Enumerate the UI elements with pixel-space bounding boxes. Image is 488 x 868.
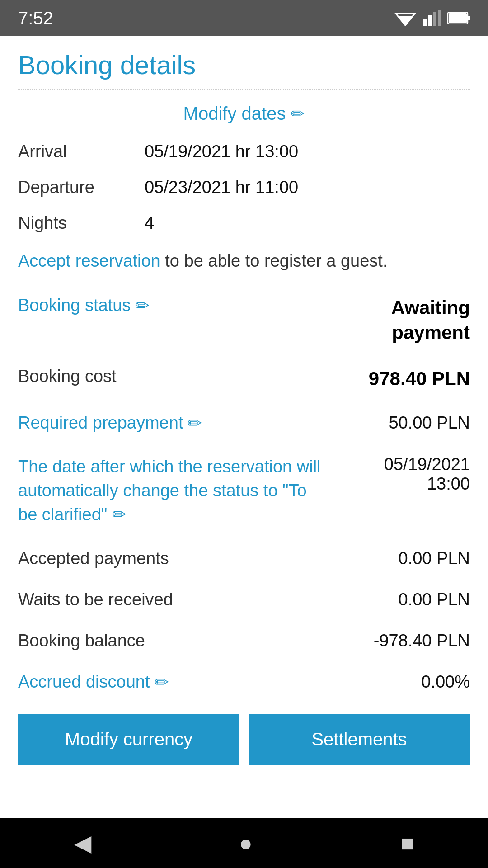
auto-change-date-row: The date after which the reservation wil… [18,455,470,527]
battery-icon [447,12,470,24]
accept-reservation-row: Accept reservation to be able to registe… [18,249,470,273]
accrued-discount-link[interactable]: Accrued discount ✏ [18,672,334,692]
booking-balance-value: -978.40 PLN [334,631,470,651]
arrival-label: Arrival [18,142,145,161]
accrued-discount-edit-icon: ✏ [155,672,169,692]
svg-rect-8 [468,16,470,20]
waits-to-be-received-row: Waits to be received 0.00 PLN [18,590,470,609]
accepted-payments-label: Accepted payments [18,549,334,568]
svg-rect-3 [423,19,427,26]
booking-status-link[interactable]: Booking status ✏ [18,296,334,316]
svg-rect-6 [438,10,441,26]
accept-reservation-text: to be able to register a guest. [160,251,388,270]
accrued-discount-value: 0.00% [334,672,470,692]
nights-value: 4 [145,213,154,233]
booking-info-section: Arrival 05/19/2021 hr 13:00 Departure 05… [18,142,470,233]
settlements-button[interactable]: Settlements [249,714,470,765]
departure-value: 05/23/2021 hr 11:00 [145,178,298,197]
page-title: Booking details [18,50,470,80]
auto-change-date-edit-icon: ✏ [112,505,127,524]
home-button[interactable]: ● [239,830,253,856]
svg-rect-5 [433,12,436,26]
bottom-buttons: Modify currency Settlements [18,714,470,765]
svg-rect-4 [428,15,432,26]
status-time: 7:52 [18,8,53,28]
required-prepayment-label: Required prepayment [18,413,183,433]
booking-balance-row: Booking balance -978.40 PLN [18,631,470,651]
auto-change-date-value: 05/19/2021 13:00 [334,455,470,494]
departure-row: Departure 05/23/2021 hr 11:00 [18,178,470,197]
booking-cost-row: Booking cost 978.40 PLN [18,367,470,392]
booking-status-row: Booking status ✏ Awaitingpayment [18,296,470,345]
accrued-discount-row: Accrued discount ✏ 0.00% [18,672,470,692]
waits-to-be-received-label: Waits to be received [18,590,334,609]
wifi-icon [394,10,417,26]
modify-dates-row: Modify dates ✏ [18,104,470,124]
arrival-row: Arrival 05/19/2021 hr 13:00 [18,142,470,161]
required-prepayment-value: 50.00 PLN [334,413,470,433]
required-prepayment-row: Required prepayment ✏ 50.00 PLN [18,413,470,433]
modify-currency-button[interactable]: Modify currency [18,714,239,765]
signal-icon [423,10,441,26]
arrival-value: 05/19/2021 hr 13:00 [145,142,298,161]
booking-status-value: Awaitingpayment [334,296,470,345]
recent-apps-button[interactable]: ■ [400,830,414,856]
booking-status-label: Booking status [18,296,131,315]
nights-label: Nights [18,213,145,233]
required-prepayment-edit-icon: ✏ [188,413,202,433]
booking-cost-value: 978.40 PLN [334,367,470,392]
modify-dates-edit-icon: ✏ [291,104,305,123]
page-content: Booking details Modify dates ✏ Arrival 0… [0,36,488,824]
booking-status-edit-icon: ✏ [135,296,150,316]
modify-dates-label: Modify dates [183,104,286,124]
nights-row: Nights 4 [18,213,470,233]
required-prepayment-link[interactable]: Required prepayment ✏ [18,413,334,433]
booking-balance-label: Booking balance [18,631,334,651]
booking-cost-label: Booking cost [18,367,334,386]
accrued-discount-label: Accrued discount [18,672,150,692]
svg-rect-9 [449,13,467,23]
back-button[interactable]: ◀ [74,830,91,856]
modify-dates-link[interactable]: Modify dates ✏ [183,104,305,124]
status-bar: 7:52 [0,0,488,36]
divider [18,89,470,90]
auto-change-date-label: The date after which the reservation wil… [18,455,325,527]
accepted-payments-value: 0.00 PLN [334,549,470,568]
departure-label: Departure [18,178,145,197]
auto-change-date-link[interactable]: The date after which the reservation wil… [18,455,334,527]
accepted-payments-row: Accepted payments 0.00 PLN [18,549,470,568]
nav-bar: ◀ ● ■ [0,818,488,868]
accept-reservation-link[interactable]: Accept reservation [18,251,160,270]
waits-to-be-received-value: 0.00 PLN [334,590,470,609]
status-icons [394,10,470,26]
